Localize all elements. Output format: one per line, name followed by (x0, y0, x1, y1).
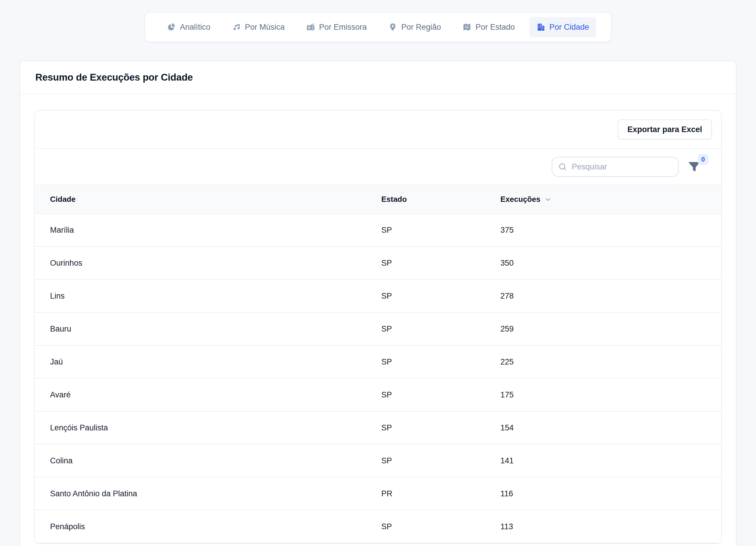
cell-execucoes: 350 (485, 247, 721, 279)
search-input[interactable] (552, 157, 679, 177)
cell-cidade: Bauru (35, 312, 366, 345)
tab-label: Por Emissora (319, 23, 367, 32)
cell-estado: SP (366, 444, 485, 477)
tab-por-cidade[interactable]: Por Cidade (529, 17, 596, 37)
tab-label: Por Cidade (549, 23, 589, 32)
table-row: Lençóis PaulistaSP154 (35, 411, 721, 444)
cell-execucoes: 141 (485, 444, 721, 477)
cell-execucoes: 225 (485, 345, 721, 378)
search-row: 0 (35, 149, 721, 185)
table-row: OurinhosSP350 (35, 247, 721, 279)
tab-analitico[interactable]: Analítico (160, 17, 218, 37)
cell-cidade: Lins (35, 279, 366, 312)
cell-execucoes: 278 (485, 279, 721, 312)
map-icon (462, 23, 471, 31)
table-row: PenápolisSP113 (35, 510, 721, 543)
cell-execucoes: 375 (485, 214, 721, 247)
table-row: ColinaSP141 (35, 444, 721, 477)
chevron-down-icon (544, 196, 552, 203)
cell-cidade: Santo Antônio da Platina (35, 477, 366, 510)
tab-label: Por Música (245, 23, 285, 32)
tab-por-estado[interactable]: Por Estado (455, 17, 522, 37)
cell-estado: SP (366, 247, 485, 279)
building-icon (536, 23, 545, 31)
table-row: BauruSP259 (35, 312, 721, 345)
cell-estado: SP (366, 510, 485, 543)
cities-table: CidadeEstadoExecuções MaríliaSP375Ourinh… (35, 185, 721, 543)
cell-execucoes: 116 (485, 477, 721, 510)
cell-cidade: Jaú (35, 345, 366, 378)
map-pin-icon (388, 23, 397, 31)
table-row: LinsSP278 (35, 279, 721, 312)
cell-cidade: Penápolis (35, 510, 366, 543)
cell-estado: SP (366, 214, 485, 247)
table-row: Santo Antônio da PlatinaPR116 (35, 477, 721, 510)
cell-execucoes: 154 (485, 411, 721, 444)
cell-cidade: Lençóis Paulista (35, 411, 366, 444)
tab-por-emissora[interactable]: Por Emissora (299, 17, 374, 37)
table-header-row: CidadeEstadoExecuções (35, 185, 721, 214)
cell-estado: SP (366, 378, 485, 411)
cell-cidade: Avaré (35, 378, 366, 411)
column-header-execucoes[interactable]: Execuções (485, 185, 721, 214)
tab-por-regiao[interactable]: Por Região (381, 17, 448, 37)
search-box (552, 157, 679, 177)
card-body: Exportar para Excel (20, 94, 736, 546)
filter-count-badge: 0 (698, 154, 708, 165)
summary-card: Resumo de Execuções por Cidade Exportar … (19, 61, 737, 546)
table-row: AvaréSP175 (35, 378, 721, 411)
cell-estado: PR (366, 477, 485, 510)
radio-icon (306, 23, 315, 31)
page-title: Resumo de Execuções por Cidade (35, 72, 193, 83)
tab-por-musica[interactable]: Por Música (225, 17, 292, 37)
tab-label: Por Estado (475, 23, 515, 32)
page: AnalíticoPor MúsicaPor EmissoraPor Regiã… (0, 0, 756, 546)
column-label: Execuções (500, 195, 541, 204)
column-label: Estado (381, 195, 407, 204)
cell-cidade: Colina (35, 444, 366, 477)
cell-execucoes: 259 (485, 312, 721, 345)
table-row: MaríliaSP375 (35, 214, 721, 247)
music-icon (232, 23, 241, 31)
cell-cidade: Marília (35, 214, 366, 247)
table-toolbar: Exportar para Excel (35, 111, 721, 149)
pie-chart-icon (167, 23, 176, 31)
tab-bar: AnalíticoPor MúsicaPor EmissoraPor Regiã… (145, 12, 611, 42)
column-label: Cidade (50, 195, 76, 204)
table-panel: Exportar para Excel (34, 110, 722, 544)
filter-button[interactable]: 0 (688, 160, 701, 173)
cell-estado: SP (366, 345, 485, 378)
table-row: JaúSP225 (35, 345, 721, 378)
cell-execucoes: 113 (485, 510, 721, 543)
cell-estado: SP (366, 279, 485, 312)
tab-label: Por Região (401, 23, 441, 32)
cell-estado: SP (366, 411, 485, 444)
column-header-cidade: Cidade (35, 185, 366, 214)
cell-execucoes: 175 (485, 378, 721, 411)
export-excel-button[interactable]: Exportar para Excel (618, 120, 712, 140)
column-header-estado: Estado (366, 185, 485, 214)
cell-estado: SP (366, 312, 485, 345)
cell-cidade: Ourinhos (35, 247, 366, 279)
card-header: Resumo de Execuções por Cidade (20, 61, 736, 94)
tab-label: Analítico (180, 23, 210, 32)
